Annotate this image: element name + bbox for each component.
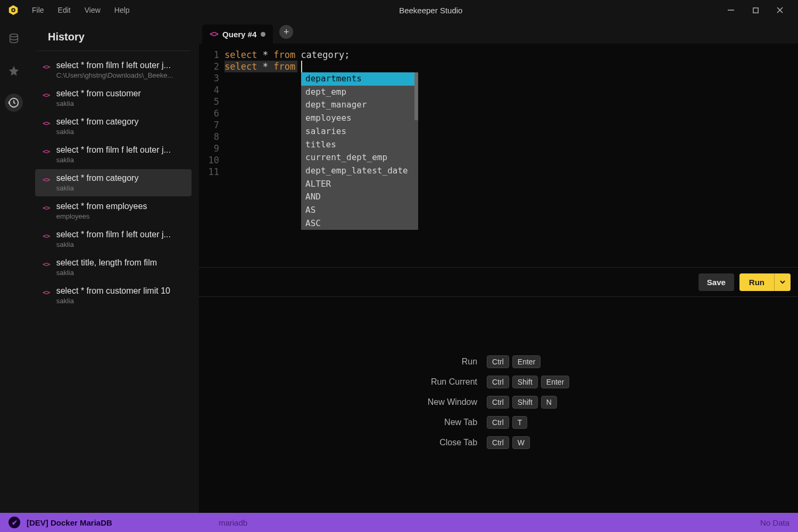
chevron-down-icon	[780, 279, 785, 285]
history-query: select * from category	[56, 117, 184, 127]
run-dropdown-button[interactable]	[774, 273, 791, 291]
history-item[interactable]: <>select * from employeesemployees	[35, 197, 192, 225]
autocomplete-item[interactable]: AS	[301, 204, 418, 217]
minimize-icon[interactable]	[726, 5, 736, 15]
history-icon[interactable]	[5, 94, 23, 112]
key-badge: T	[512, 416, 528, 429]
save-button[interactable]: Save	[699, 273, 734, 291]
key-badge: Ctrl	[487, 376, 509, 388]
database-icon[interactable]	[5, 30, 23, 48]
autocomplete-item[interactable]: current_dept_emp	[301, 151, 418, 164]
code-icon: <>	[43, 117, 50, 127]
key-badge: Ctrl	[487, 416, 509, 429]
history-sub: saklia	[56, 297, 184, 305]
shortcut-keys: CtrlShiftEnter	[487, 376, 569, 388]
maximize-icon[interactable]	[750, 5, 761, 15]
code-icon: <>	[43, 202, 50, 212]
history-item[interactable]: <>select * from film f left outer j...sa…	[35, 141, 192, 168]
history-item[interactable]: <>select * from categorysaklia	[35, 113, 192, 140]
autocomplete-item[interactable]: ASC	[301, 217, 418, 230]
key-badge: Ctrl	[487, 396, 509, 409]
code-lines[interactable]: select * from category; select * from de…	[225, 49, 798, 267]
nav-rail	[0, 20, 28, 513]
autocomplete-scrollbar[interactable]	[414, 72, 418, 120]
menu-edit[interactable]: Edit	[52, 4, 77, 16]
autocomplete-item[interactable]: dept_emp_latest_date	[301, 164, 418, 178]
code-icon: <>	[43, 230, 50, 240]
window-title: Beekeeper Studio	[136, 6, 726, 15]
status-connection[interactable]: ✔ [DEV] Docker MariaDB	[9, 517, 112, 528]
autocomplete-item[interactable]: employees	[301, 112, 418, 125]
history-query: select title, length from film	[56, 258, 184, 268]
editor-area: <> Query #4 + 1234567891011 select * fro…	[199, 20, 798, 513]
run-button[interactable]: Run	[739, 273, 774, 291]
history-sub: employees	[56, 212, 184, 220]
key-badge: Ctrl	[487, 436, 509, 449]
shortcut-label: New Tab	[428, 418, 477, 427]
code-icon: <>	[210, 29, 218, 39]
code-icon: <>	[43, 173, 50, 184]
autocomplete-item[interactable]: dept_emp	[301, 86, 418, 99]
history-sub: saklia	[56, 184, 184, 192]
titlebar: File Edit View Help Beekeeper Studio	[0, 0, 798, 20]
tab-dirty-indicator	[261, 32, 265, 37]
code-line-2[interactable]: select * from	[225, 61, 798, 72]
autocomplete-item[interactable]: AND	[301, 190, 418, 204]
history-item[interactable]: <>select title, length from filmsaklia	[35, 254, 192, 281]
code-editor[interactable]: 1234567891011 select * from category; se…	[199, 44, 798, 267]
statusbar: ✔ [DEV] Docker MariaDB mariadb No Data	[0, 513, 798, 532]
autocomplete-item[interactable]: departments	[301, 72, 418, 86]
shortcut-keys: CtrlW	[487, 436, 569, 449]
menu-view[interactable]: View	[78, 4, 107, 16]
shortcut-keys: CtrlShiftN	[487, 396, 569, 409]
code-icon: <>	[43, 61, 50, 71]
key-badge: Shift	[512, 376, 538, 388]
history-sub: saklia	[56, 269, 184, 277]
key-badge: Enter	[512, 355, 541, 368]
history-item[interactable]: <>select * from customer limit 10saklia	[35, 282, 192, 309]
menu-help[interactable]: Help	[108, 4, 136, 16]
run-button-group: Run	[739, 273, 791, 291]
menu-file[interactable]: File	[26, 4, 51, 16]
history-query: select * from category	[56, 173, 184, 183]
history-item[interactable]: <>select * from categorysaklia	[35, 169, 192, 196]
autocomplete-item[interactable]: dept_manager	[301, 98, 418, 112]
sidebar-title: History	[36, 26, 190, 51]
history-sub: saklia	[56, 156, 184, 164]
status-right: No Data	[760, 518, 789, 527]
close-icon[interactable]	[775, 5, 785, 15]
star-icon[interactable]	[5, 62, 23, 80]
history-sub: C:\Users\ghstng\Downloads\_Beeke...	[56, 71, 184, 79]
history-sub: saklia	[56, 99, 184, 107]
key-badge: Enter	[541, 376, 569, 388]
app-logo	[6, 3, 20, 17]
svg-point-6	[10, 34, 18, 37]
tab-add-button[interactable]: +	[279, 25, 293, 39]
result-area: RunCtrlEnterRun CurrentCtrlShiftEnterNew…	[199, 297, 798, 513]
menubar: File Edit View Help	[26, 4, 136, 16]
autocomplete-item[interactable]: salaries	[301, 125, 418, 138]
history-item[interactable]: <>select * from film f left outer j...C:…	[35, 56, 192, 84]
key-badge: W	[512, 436, 530, 449]
history-query: select * from employees	[56, 202, 184, 211]
shortcut-label: Run	[428, 357, 477, 367]
history-query: select * from film f left outer j...	[56, 145, 184, 155]
shortcut-label: Run Current	[428, 377, 477, 387]
key-badge: Ctrl	[487, 355, 509, 368]
check-icon: ✔	[9, 517, 20, 528]
status-dbtype: mariadb	[219, 518, 247, 527]
code-icon: <>	[43, 286, 50, 296]
history-query: select * from film f left outer j...	[56, 230, 184, 239]
shortcut-label: Close Tab	[428, 438, 477, 447]
tab-query-4[interactable]: <> Query #4	[202, 24, 273, 44]
code-line-1[interactable]: select * from category;	[225, 49, 798, 61]
history-item[interactable]: <>select * from film f left outer j...sa…	[35, 226, 192, 253]
code-icon: <>	[43, 145, 50, 155]
history-query: select * from customer	[56, 89, 184, 98]
autocomplete-popup[interactable]: departmentsdept_empdept_manageremployees…	[301, 72, 418, 230]
sidebar: History <>select * from film f left oute…	[28, 20, 199, 513]
autocomplete-item[interactable]: ALTER	[301, 178, 418, 191]
history-item[interactable]: <>select * from customersaklia	[35, 85, 192, 112]
history-sub: saklia	[56, 240, 184, 248]
autocomplete-item[interactable]: titles	[301, 138, 418, 152]
